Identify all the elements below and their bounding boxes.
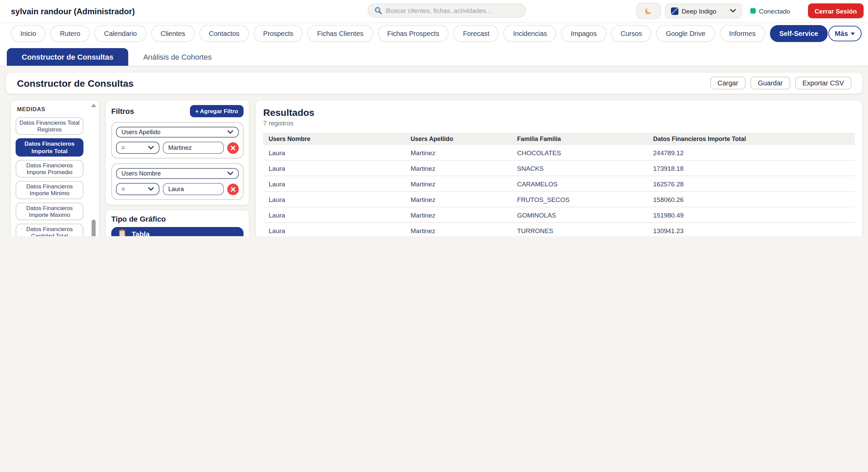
scroll-up-icon[interactable] xyxy=(91,104,96,107)
toolbar: Constructor de Consultas Cargar Guardar … xyxy=(5,72,863,94)
nav-tab-impagos[interactable]: Impagos xyxy=(561,25,606,42)
measures-panel: MEDIDAS Datos Financieros Total Registro… xyxy=(10,100,100,236)
column-header: Users Apellido xyxy=(405,133,512,145)
filter-operator-select[interactable]: = xyxy=(116,183,159,195)
scrollbar-thumb[interactable] xyxy=(91,219,95,236)
nav-more-button[interactable]: Más xyxy=(828,26,862,41)
chart-type-title: Tipo de Gráfico xyxy=(111,215,244,223)
subtab-bar: Constructor de Consultas Análisis de Coh… xyxy=(0,44,868,66)
measures-panel-title: MEDIDAS xyxy=(17,106,95,112)
column-header: Users Nombre xyxy=(263,133,405,145)
nav-tab-self-service[interactable]: Self-Service xyxy=(770,25,828,42)
table-icon xyxy=(118,229,126,236)
nav-tab-forecast[interactable]: Forecast xyxy=(454,25,499,42)
table-row: LauraMartinezGOMINOLAS151980.49 xyxy=(263,207,855,223)
nav-tab-prospects[interactable]: Prospects xyxy=(254,25,303,42)
theme-select[interactable]: Deep Indigo xyxy=(664,3,742,18)
nav-tab-rutero[interactable]: Rutero xyxy=(51,25,90,42)
nav-tab-calendario[interactable]: Calendario xyxy=(95,25,147,42)
filter-value-input[interactable] xyxy=(163,142,224,154)
export-csv-button[interactable]: Exportar CSV xyxy=(795,77,851,89)
search-placeholder: Buscar clientes, fichas, actividades... xyxy=(386,7,491,14)
page-title: Constructor de Consultas xyxy=(17,78,705,88)
filter-row: Users Nombre = xyxy=(111,163,244,200)
tab-analisis-de-cohortes[interactable]: Análisis de Cohortes xyxy=(128,48,227,66)
table-row: LauraMartinezFRUTOS_SECOS158060.26 xyxy=(263,191,855,207)
add-filter-button[interactable]: + Agregar Filtro xyxy=(190,105,244,117)
header-controls: Deep Indigo Conectado Cerrar Sesión xyxy=(636,3,864,18)
close-icon xyxy=(231,145,235,150)
moon-icon xyxy=(644,6,653,15)
table-row: LauraMartinezTURRONES130941.23 xyxy=(263,223,855,236)
dark-mode-button[interactable] xyxy=(636,3,660,19)
table-row: LauraMartinezCHOCOLATES244789.12 xyxy=(263,145,855,160)
left-column: MEDIDAS Datos Financieros Total Registro… xyxy=(10,100,100,236)
table-row: LauraMartinezSNACKS173918.18 xyxy=(263,160,855,176)
filter-value-input[interactable] xyxy=(163,183,224,195)
close-icon xyxy=(231,187,235,191)
table-row: LauraMartinezCARAMELOS162576.28 xyxy=(263,176,855,191)
middle-column: Filtros + Agregar Filtro Users Apellido … xyxy=(105,100,250,236)
chevron-down-icon xyxy=(227,130,233,134)
global-search[interactable]: Buscar clientes, fichas, actividades... xyxy=(368,3,526,18)
user-name: sylvain randour (Administrador) xyxy=(11,6,135,16)
remove-filter-button[interactable] xyxy=(227,183,239,195)
results-table: Users Nombre Users Apellido Familia Fami… xyxy=(263,133,855,236)
measure-item[interactable]: Datos Financieros Importe Promedio xyxy=(16,160,83,178)
results-title: Resultados xyxy=(263,107,855,118)
filter-field-select[interactable]: Users Apellido xyxy=(116,127,239,138)
measures-list: Datos Financieros Total Registros Datos … xyxy=(16,117,83,236)
theme-selected-value: Deep Indigo xyxy=(681,7,726,15)
filters-title: Filtros xyxy=(111,107,134,115)
connected-dot-icon xyxy=(750,8,755,14)
logout-button[interactable]: Cerrar Sesión xyxy=(808,3,864,18)
results-count: 7 registros xyxy=(263,119,855,127)
load-button[interactable]: Cargar xyxy=(710,77,746,89)
tab-constructor-de-consultas[interactable]: Constructor de Consultas xyxy=(7,48,128,66)
nav-tab-clientes[interactable]: Clientes xyxy=(151,25,195,42)
nav-more-label: Más xyxy=(835,30,848,37)
chevron-down-icon xyxy=(851,32,855,35)
theme-swatch-icon xyxy=(671,7,678,15)
chart-type-panel: Tipo de Gráfico Tabla Barras xyxy=(105,209,250,236)
main-nav: Inicio Rutero Calendario Clientes Contac… xyxy=(0,23,868,44)
nav-tab-cursos[interactable]: Cursos xyxy=(611,25,652,42)
connection-status: Conectado xyxy=(750,7,790,15)
measure-item[interactable]: Datos Financieros Total Registros xyxy=(16,117,83,135)
nav-tab-fichas-clientes[interactable]: Fichas Clientes xyxy=(308,25,373,42)
measure-item[interactable]: Datos Financieros Cantidad Total xyxy=(16,224,83,236)
column-header: Datos Financieros Importe Total xyxy=(648,133,855,145)
results-header-row: Users Nombre Users Apellido Familia Fami… xyxy=(263,133,855,145)
app-window: sylvain randour (Administrador) Buscar c… xyxy=(0,0,868,236)
chevron-down-icon xyxy=(730,9,736,13)
filter-operator-select[interactable]: = xyxy=(116,142,159,154)
nav-tab-contactos[interactable]: Contactos xyxy=(199,25,249,42)
chevron-down-icon xyxy=(148,187,154,191)
measure-item[interactable]: Datos Financieros Importe Minimo xyxy=(16,181,83,199)
filter-row: Users Apellido = xyxy=(111,122,244,159)
measure-item[interactable]: Datos Financieros Importe Maximo xyxy=(16,202,83,220)
remove-filter-button[interactable] xyxy=(227,142,239,153)
filters-panel: Filtros + Agregar Filtro Users Apellido … xyxy=(105,100,250,205)
filter-field-select[interactable]: Users Nombre xyxy=(116,168,239,179)
page-body: Constructor de Consultas Cargar Guardar … xyxy=(0,66,868,236)
measure-item-selected[interactable]: Datos Financieros Importe Total xyxy=(16,139,83,157)
header-row: sylvain randour (Administrador) Buscar c… xyxy=(0,0,868,23)
chart-type-tabla[interactable]: Tabla xyxy=(111,227,244,236)
filters-header: Filtros + Agregar Filtro xyxy=(111,105,244,117)
save-button[interactable]: Guardar xyxy=(750,77,790,89)
nav-tab-informes[interactable]: Informes xyxy=(720,25,765,42)
nav-tab-inicio[interactable]: Inicio xyxy=(11,25,46,42)
chevron-down-icon xyxy=(148,146,154,150)
nav-tab-google-drive[interactable]: Google Drive xyxy=(656,25,715,42)
search-icon xyxy=(374,7,382,14)
results-panel: Resultados 7 registros Users Nombre User… xyxy=(255,100,863,236)
measures-scrollbar[interactable] xyxy=(90,104,97,236)
top-bar: sylvain randour (Administrador) Buscar c… xyxy=(0,0,868,66)
nav-tab-incidencias[interactable]: Incidencias xyxy=(504,25,557,42)
column-header: Familia Familia xyxy=(512,133,648,145)
nav-tab-fichas-prospects[interactable]: Fichas Prospects xyxy=(378,25,449,42)
content-grid: MEDIDAS Datos Financieros Total Registro… xyxy=(10,100,863,236)
chevron-down-icon xyxy=(227,171,233,176)
connection-status-label: Conectado xyxy=(759,7,790,15)
